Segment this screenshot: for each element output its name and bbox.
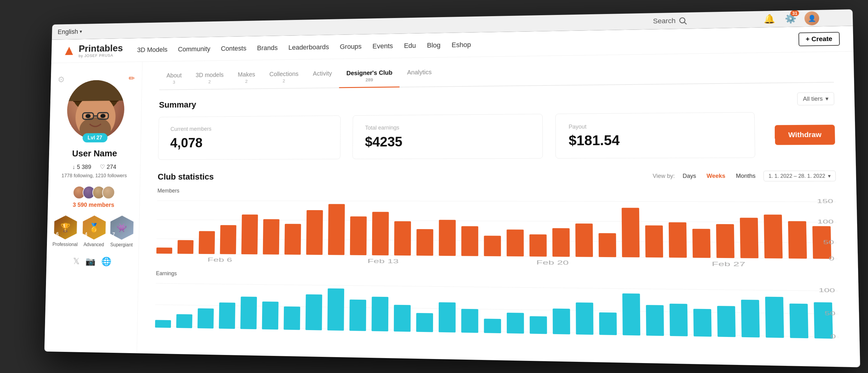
nav-eshop[interactable]: Eshop	[452, 41, 471, 49]
svg-rect-27	[372, 212, 389, 255]
svg-rect-61	[219, 303, 235, 329]
tab-3d-models[interactable]: 3D models 2	[188, 66, 231, 89]
profile-settings-icon[interactable]: ⚙	[58, 74, 65, 84]
language-selector[interactable]: English ▾	[58, 28, 82, 36]
svg-rect-66	[328, 288, 344, 331]
svg-rect-68	[372, 297, 388, 332]
svg-rect-63	[262, 302, 279, 330]
tab-3dmodels-label: 3D models	[195, 71, 223, 78]
members-chart-label: Members	[157, 188, 836, 194]
profile-sidebar: ⚙ ✏	[44, 62, 143, 353]
followers-count: 1210	[95, 173, 106, 179]
svg-rect-62	[240, 297, 257, 329]
svg-rect-81	[670, 304, 688, 336]
settings-wheel[interactable]: ⚙️ 31	[783, 11, 798, 26]
nav-community[interactable]: Community	[178, 45, 211, 53]
svg-text:Feb 27: Feb 27	[712, 261, 745, 268]
view-months[interactable]: Months	[733, 171, 758, 181]
svg-text:50: 50	[825, 311, 835, 316]
svg-rect-43	[740, 218, 758, 258]
nav-leaderboards[interactable]: Leaderboards	[288, 43, 329, 51]
twitter-icon[interactable]: 𝕏	[73, 256, 80, 266]
date-range-picker[interactable]: 1. 1. 2022 – 28. 1. 2022 ▾	[764, 170, 836, 182]
svg-rect-60	[197, 308, 214, 329]
svg-text:50: 50	[823, 239, 834, 245]
svg-rect-20	[220, 225, 236, 254]
total-earnings-value: $4235	[365, 133, 530, 150]
profile-edit-icon[interactable]: ✏	[128, 74, 135, 83]
club-stats-title: Club statistics	[158, 172, 214, 182]
svg-text:Feb 13: Feb 13	[368, 258, 399, 265]
nav-groups[interactable]: Groups	[340, 42, 362, 50]
tab-collections[interactable]: Collections 2	[262, 66, 306, 89]
svg-rect-80	[646, 305, 664, 336]
logo-text: Printables by JOSEF PRUSA	[79, 43, 123, 58]
nav-events[interactable]: Events	[372, 42, 393, 50]
nav-brands[interactable]: Brands	[257, 44, 278, 52]
user-avatar-top[interactable]: 👤	[804, 11, 819, 26]
svg-text:Feb 6: Feb 6	[208, 256, 232, 263]
svg-rect-39	[645, 225, 663, 257]
svg-rect-28	[394, 221, 411, 255]
nav-3d-models[interactable]: 3D Models	[137, 46, 167, 54]
tab-designers-club[interactable]: Designer's Club 289	[339, 64, 400, 88]
tab-about[interactable]: About 3	[159, 67, 189, 90]
summary-cards: Current members 4,078 Total earnings $42…	[158, 112, 835, 160]
withdraw-button[interactable]: Withdraw	[775, 125, 835, 145]
badge-label-supergiant: Supergiant	[110, 242, 132, 248]
website-icon[interactable]: 🌐	[101, 256, 112, 267]
tab-analytics[interactable]: Analytics	[400, 64, 439, 87]
tab-analytics-label: Analytics	[407, 69, 432, 76]
hex-professional: 🏆 6	[54, 215, 77, 239]
svg-rect-34	[529, 235, 547, 257]
svg-rect-78	[599, 312, 617, 335]
nav-edu[interactable]: Edu	[404, 42, 416, 50]
svg-rect-19	[199, 231, 215, 254]
svg-text:100: 100	[818, 287, 835, 293]
badge-level-advanced: 4	[85, 231, 87, 237]
main-content: ⚙ ✏	[44, 52, 860, 367]
card-total-earnings: Total earnings $4235	[352, 114, 543, 159]
svg-rect-24	[306, 210, 323, 255]
language-label: English	[58, 28, 78, 36]
svg-rect-17	[156, 247, 172, 254]
stats-row: ↓ 5 389 ♡ 274	[72, 163, 116, 170]
view-weeks[interactable]: Weeks	[704, 172, 728, 181]
svg-rect-72	[461, 309, 478, 333]
logo[interactable]: Printables by JOSEF PRUSA	[63, 43, 123, 58]
instagram-icon[interactable]: 📷	[86, 256, 96, 267]
badge-level-supergiant: 7	[112, 232, 115, 237]
following-count: 1778	[62, 173, 72, 179]
svg-text:0: 0	[829, 256, 834, 262]
svg-rect-29	[416, 229, 433, 256]
svg-rect-42	[716, 224, 734, 258]
svg-rect-18	[178, 240, 194, 254]
svg-rect-86	[789, 304, 808, 339]
view-days[interactable]: Days	[680, 172, 699, 181]
tab-collections-label: Collections	[269, 70, 299, 78]
tab-makes[interactable]: Makes 2	[230, 66, 262, 89]
summary-section: Summary All tiers ▾ Current members 4,07…	[158, 92, 835, 160]
badge-supergiant: 👾 7 Supergiant	[110, 216, 134, 248]
create-button[interactable]: + Create	[798, 32, 840, 46]
nav-blog[interactable]: Blog	[427, 41, 440, 49]
svg-rect-37	[598, 233, 616, 257]
badge-label-advanced: Advanced	[83, 242, 104, 247]
summary-title: Summary	[159, 100, 196, 110]
badge-icon-professional: 🏆 6	[54, 215, 77, 239]
search-icon[interactable]	[678, 16, 687, 25]
tab-makes-count: 2	[238, 79, 255, 84]
like-count: 274	[106, 163, 116, 170]
badge-icon-advanced: 🥇 4	[82, 215, 106, 240]
notifications-bell[interactable]: 🔔	[762, 12, 777, 26]
tier-filter[interactable]: All tiers ▾	[797, 92, 834, 105]
like-stat: ♡ 274	[100, 163, 117, 170]
svg-rect-84	[741, 300, 760, 338]
level-badge: Lvl 27	[82, 133, 107, 143]
svg-line-14	[157, 220, 837, 222]
search-area[interactable]: Search	[653, 16, 687, 26]
svg-point-0	[680, 18, 685, 23]
svg-rect-71	[439, 302, 456, 332]
nav-contests[interactable]: Contests	[221, 44, 246, 52]
tab-activity[interactable]: Activity	[306, 65, 339, 88]
